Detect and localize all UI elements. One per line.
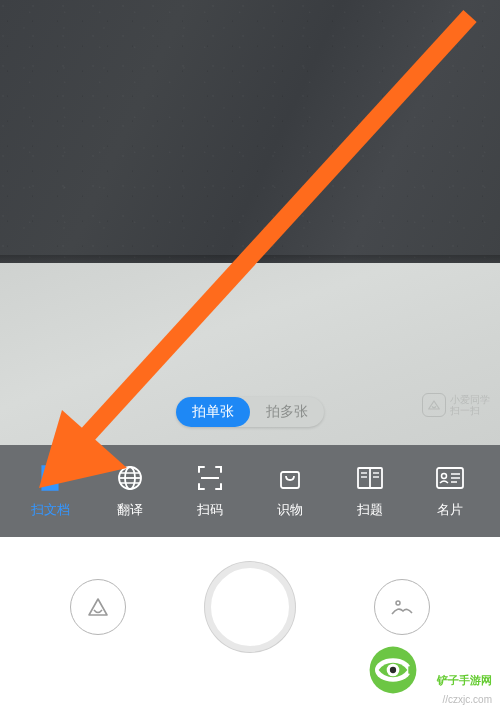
mode-scan-document[interactable]: 扫文档 [20, 463, 80, 519]
mode-qrcode[interactable]: 扫码 [180, 463, 240, 519]
svg-point-20 [396, 601, 400, 605]
mode-label: 扫题 [357, 501, 383, 519]
mode-homework[interactable]: 扫题 [340, 463, 400, 519]
gallery-button[interactable] [374, 579, 430, 635]
mode-label: 名片 [437, 501, 463, 519]
mode-label: 扫文档 [31, 501, 70, 519]
scan-icon [195, 463, 225, 493]
viewfinder-surface-dark [0, 0, 500, 263]
site-watermark-name: 铲子手游网 [437, 673, 492, 687]
shutter-button[interactable] [205, 562, 295, 652]
ai-logo-icon [84, 593, 112, 621]
card-icon [435, 463, 465, 493]
xiaoai-scan-button[interactable]: 小爱同学 扫一扫 [422, 393, 490, 417]
xiaoai-line1: 小爱同学 [450, 394, 490, 405]
document-icon [35, 463, 65, 493]
site-watermark-url: //czxjc.com [443, 694, 492, 705]
mode-businesscard[interactable]: 名片 [420, 463, 480, 519]
shutter-bar [0, 537, 500, 677]
globe-icon [115, 463, 145, 493]
ai-mode-button[interactable] [70, 579, 126, 635]
gallery-icon [388, 593, 416, 621]
scan-mode-bar: 扫文档 翻译 扫码 识物 扫题 [0, 445, 500, 537]
mode-identify[interactable]: 识物 [260, 463, 320, 519]
mode-translate[interactable]: 翻译 [100, 463, 160, 519]
shot-single-button[interactable]: 拍单张 [176, 397, 250, 427]
svg-point-24 [390, 667, 396, 673]
camera-app: 拍单张 拍多张 小爱同学 扫一扫 扫文档 翻译 扫码 [0, 0, 500, 709]
mode-label: 扫码 [197, 501, 223, 519]
book-icon [355, 463, 385, 493]
camera-viewfinder[interactable] [0, 0, 500, 445]
mode-label: 翻译 [117, 501, 143, 519]
xiaoai-line2: 扫一扫 [450, 405, 490, 416]
shot-multi-button[interactable]: 拍多张 [250, 397, 324, 427]
xiaoai-label: 小爱同学 扫一扫 [450, 394, 490, 416]
site-watermark-logo [366, 643, 420, 697]
mode-label: 识物 [277, 501, 303, 519]
svg-point-16 [442, 474, 447, 479]
bag-icon [275, 463, 305, 493]
xiaoai-logo-icon [422, 393, 446, 417]
shot-mode-toggle: 拍单张 拍多张 [176, 397, 324, 427]
watermark-line1: 铲子手游网 [437, 673, 492, 687]
